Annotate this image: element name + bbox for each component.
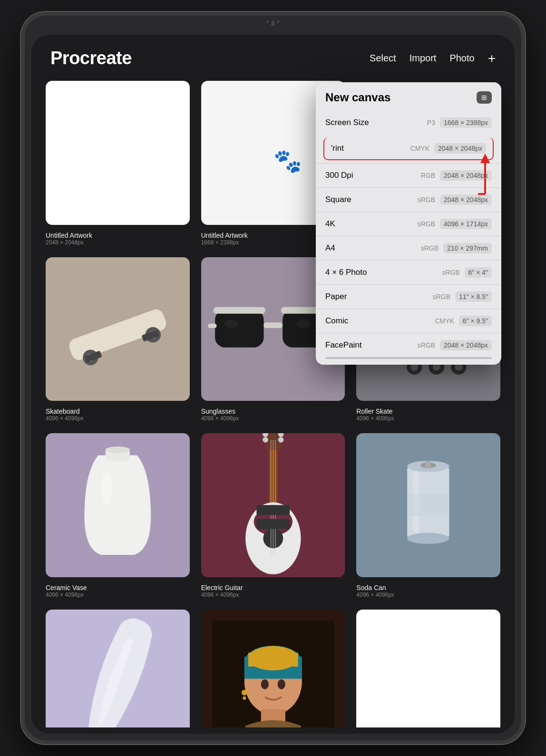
svg-rect-7 [215,310,263,347]
new-canvas-add-icon: ⊞ [481,94,487,101]
app-header: Procreate Select Import Photo + [31,35,515,76]
new-canvas-popup: New canvas ⊞ Screen Size P3 1668 × 2388p… [316,82,501,365]
canvas-item-color-300dpi: RGB [421,172,435,179]
canvas-item-name-comic: Comic [325,316,435,326]
svg-rect-10 [208,323,217,328]
app-title: Procreate [50,48,132,68]
canvas-item-color-4k: sRGB [418,220,435,228]
import-button[interactable]: Import [410,53,437,64]
artwork-thumb-vase[interactable] [46,433,190,577]
canvas-item-name-300dpi: 300 Dpi [325,171,421,180]
canvas-item-color-paper: sRGB [433,293,450,300]
popup-title: New canvas [325,91,390,104]
sodacan-size: 4096 × 4096px [356,591,500,598]
canvas-list: Screen Size P3 1668 × 2388px 'rint CMYK … [316,111,501,357]
artwork-label-1: Untitled Artwork 2048 × 2048px [46,232,190,246]
artwork-item-blank[interactable]: Untitled Artwork 2048 × 2048px [356,610,500,727]
sunglasses-size: 4096 × 4096px [201,415,345,422]
artwork-thumb-skate[interactable] [46,257,190,401]
artwork-item-skate[interactable]: Skateboard 4096 × 4096px [46,257,190,422]
canvas-item-screensize[interactable]: Screen Size P3 1668 × 2388px [316,111,501,135]
svg-point-29 [101,472,112,505]
camera-dot-2 [272,20,274,23]
surfboard-svg [46,610,190,727]
canvas-item-name-facepaint: FacePaint [325,340,418,350]
canvas-item-color-a4: sRGB [421,244,439,252]
canvas-list-scrollbar [325,357,492,359]
vase-title: Ceramic Vase [46,584,190,591]
canvas-item-name-screensize: Screen Size [325,118,427,127]
svg-rect-50 [407,494,449,516]
camera-bar [267,20,280,23]
canvas-item-color-facepaint: sRGB [418,341,435,349]
artwork-item-1[interactable]: Untitled Artwork 2048 × 2048px [46,81,190,246]
vase-svg [46,433,190,577]
canvas-item-size-comic: 6" × 9.5" [459,316,492,326]
header-actions: Select Import Photo + [370,51,496,66]
canvas-item-a4[interactable]: A4 sRGB 210 × 297mm [316,236,501,260]
canvas-item-print[interactable]: 'rint CMYK 2048 × 2048px [323,137,494,160]
artwork-title-1: Untitled Artwork [46,232,190,239]
canvas-item-4k[interactable]: 4K sRGB 4096 × 1714px [316,212,501,236]
canvas-item-square[interactable]: Square sRGB 2048 × 2048px [316,187,501,212]
vase-label: Ceramic Vase 4096 × 4096px [46,584,190,598]
svg-point-14 [225,319,238,328]
svg-point-46 [407,533,449,544]
svg-rect-48 [426,461,431,469]
popup-header: New canvas ⊞ [316,82,501,111]
svg-rect-57 [248,653,298,667]
guitar-label: Electric Guitar 4096 × 4096px [201,584,345,598]
canvas-item-name-paper: Paper [325,292,433,301]
canvas-item-photo[interactable]: 4 × 6 Photo sRGB 6" × 4" [316,260,501,284]
artwork-item-surfboard[interactable]: Surfboard 4096 × 4096px [46,610,190,727]
girl-svg [201,610,345,727]
canvas-item-color-screensize: P3 [427,119,435,126]
svg-point-62 [243,697,246,700]
svg-point-61 [242,690,247,696]
new-canvas-button[interactable]: + [488,51,496,66]
svg-rect-42 [256,505,290,515]
rollerskate-label: Roller Skate 4096 × 4096px [356,407,500,422]
canvas-item-paper[interactable]: Paper sRGB 11" × 8.5" [316,284,501,309]
artwork-thumb-1[interactable] [46,81,190,225]
canvas-item-color-comic: CMYK [435,317,454,325]
sodacan-label: Soda Can 4096 × 4096px [356,584,500,598]
canvas-item-name-a4: A4 [325,243,421,253]
artwork-thumb-girl[interactable] [201,610,345,727]
canvas-item-color-print: CMYK [410,145,429,152]
new-canvas-add-button[interactable]: ⊞ [477,91,492,104]
sodacan-title: Soda Can [356,584,500,591]
artwork-thumb-sodacan[interactable] [356,433,500,577]
canvas-item-size-4k: 4096 × 1714px [440,219,492,229]
photo-button[interactable]: Photo [449,53,474,64]
sunglasses-label: Sunglasses 4096 × 4096px [201,407,345,422]
svg-point-15 [297,319,310,328]
skateboard-title: Skateboard [46,407,190,415]
canvas-item-size-photo: 6" × 4" [465,267,492,278]
canvas-item-size-screensize: 1668 × 2388px [440,117,492,128]
artwork-thumb-surfboard[interactable] [46,610,190,727]
skateboard-svg [46,257,190,401]
artwork-thumb-guitar[interactable] [201,433,345,577]
canvas-item-print-wrapper: 'rint CMYK 2048 × 2048px [316,135,501,163]
artwork-item-guitar[interactable]: Electric Guitar 4096 × 4096px [201,433,345,598]
svg-point-36 [278,437,283,443]
canvas-item-size-paper: 11" × 8.5" [455,291,492,302]
guitar-size: 4096 × 4096px [201,591,345,598]
sunglasses-title: Sunglasses [201,407,345,415]
canvas-item-comic[interactable]: Comic CMYK 6" × 9.5" [316,309,501,333]
camera-dot-3 [277,20,280,23]
artwork-thumb-blank[interactable] [356,610,500,727]
artwork-item-girl[interactable]: Untitled Artwork 2048 × 2048px [201,610,345,727]
skateboard-label: Skateboard 4096 × 4096px [46,407,190,422]
select-button[interactable]: Select [370,53,396,64]
canvas-item-300dpi[interactable]: 300 Dpi RGB 2048 × 2048px [316,163,501,187]
canvas-item-facepaint[interactable]: FacePaint sRGB 2048 × 2048px [316,333,501,357]
ipad-screen: Procreate Select Import Photo + Untitled… [31,35,515,734]
vase-size: 4096 × 4096px [46,591,190,598]
svg-point-35 [263,437,268,443]
artwork-item-sodacan[interactable]: Soda Can 4096 × 4096px [356,433,500,598]
canvas-item-size-facepaint: 2048 × 2048px [440,340,492,350]
artwork-item-vase[interactable]: Ceramic Vase 4096 × 4096px [46,433,190,598]
ipad-frame: Procreate Select Import Photo + Untitled… [21,12,525,744]
